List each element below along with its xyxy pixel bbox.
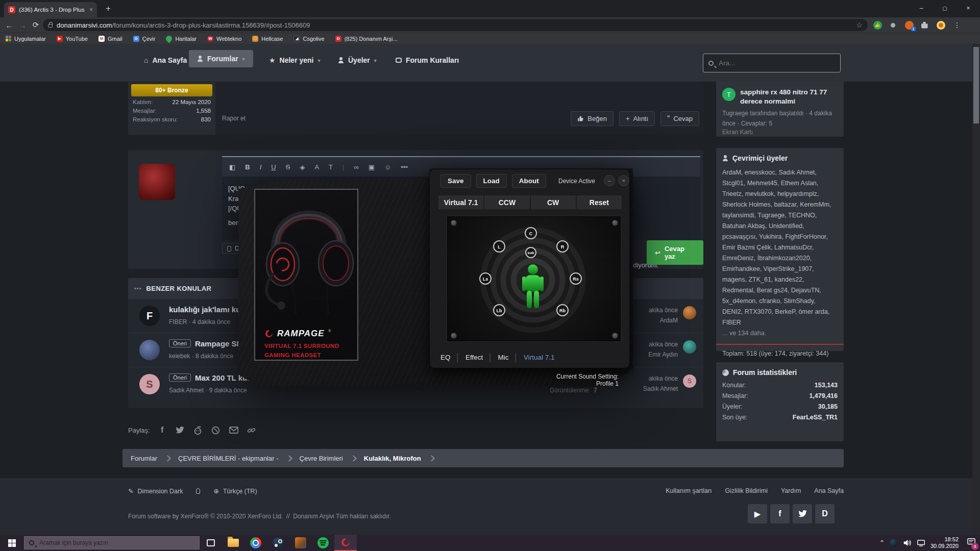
footer-link-privacy[interactable]: Gizlilik Bildirimi: [725, 487, 768, 494]
browser-tab[interactable]: D (336) Arctis 3 - Drop Plus Karşılaş ×: [4, 2, 97, 17]
load-button[interactable]: Load: [476, 174, 507, 188]
speaker-left-back[interactable]: Lb: [494, 305, 505, 316]
speaker-left-side[interactable]: Ls: [480, 273, 491, 284]
bookmark-apps[interactable]: Uygulamalar: [5, 36, 46, 42]
notification-center[interactable]: 4: [967, 538, 976, 548]
report-link[interactable]: Rapor et: [222, 115, 246, 122]
write-reply-button[interactable]: ↩Cevap yaz: [647, 240, 703, 265]
csgo-icon[interactable]: [289, 535, 312, 551]
file-explorer-icon[interactable]: [222, 535, 244, 551]
speaker-right-side[interactable]: Rs: [570, 273, 581, 284]
network-icon[interactable]: [917, 539, 925, 547]
speaker-sub[interactable]: sub: [526, 247, 536, 258]
tab-effect[interactable]: Effect: [465, 354, 483, 361]
facebook-icon[interactable]: f: [770, 504, 790, 523]
steam-tray-icon[interactable]: [890, 539, 898, 547]
nav-item-members[interactable]: Üyeler▾: [338, 56, 377, 64]
bookmark-youtube[interactable]: ▶YouTube: [57, 36, 88, 42]
breadcrumb-category[interactable]: ÇEVRE BİRİMLERİ - ekipmanlar -: [170, 455, 287, 462]
tab-mic[interactable]: Mic: [498, 354, 509, 361]
speaker-center[interactable]: C: [525, 228, 536, 239]
bookmark-gmail[interactable]: MGmail: [99, 36, 122, 42]
tab-close-icon[interactable]: ×: [89, 6, 93, 13]
spotify-icon[interactable]: [312, 535, 334, 551]
chrome-icon[interactable]: [244, 535, 267, 551]
extension-orange-icon[interactable]: 1: [903, 19, 915, 31]
taskbar-search[interactable]: [24, 536, 200, 549]
tab-ccw[interactable]: CCW: [484, 195, 529, 209]
extension-adblock-icon[interactable]: 👍: [872, 19, 883, 31]
tab-cw[interactable]: CW: [531, 195, 576, 209]
reload-button[interactable]: ⟳: [30, 19, 42, 31]
scrollbar-thumb[interactable]: [973, 47, 979, 123]
forward-button[interactable]: →: [16, 19, 29, 31]
bookmark-maps[interactable]: Haritalar: [166, 36, 197, 42]
tab-virtual-71[interactable]: Virtual 7.1: [438, 195, 483, 209]
share-email-icon[interactable]: [228, 424, 239, 436]
about-button[interactable]: About: [512, 174, 546, 188]
forum-search-box[interactable]: [703, 54, 841, 72]
footer-link-home[interactable]: Ana Sayfa: [814, 487, 844, 494]
bookmark-hellcase[interactable]: ⬡Hellcase: [252, 36, 283, 42]
speaker-right-back[interactable]: Rb: [557, 305, 568, 316]
remove-format-icon[interactable]: ◧: [229, 163, 235, 171]
extensions-puzzle-icon[interactable]: [919, 19, 930, 31]
bookmark-donanim[interactable]: D(825) Donanım Arşi...: [335, 36, 398, 42]
sidebar-new-thread-card[interactable]: T sapphire rx 480 nitro 71 77 derece nor…: [716, 82, 844, 137]
steam-icon[interactable]: [267, 535, 289, 551]
bookmark-webtekno[interactable]: WWebtekno: [207, 36, 241, 42]
thread-title[interactable]: sapphire rx 480 nitro 71 77 derece norma…: [740, 88, 838, 106]
browser-menu-icon[interactable]: ⋮: [951, 19, 963, 31]
popup-minimize-button[interactable]: –: [604, 175, 615, 186]
bookmark-star-icon[interactable]: ☆: [856, 21, 863, 29]
extension-ring-icon[interactable]: [887, 19, 898, 31]
online-members-list[interactable]: ArdaM, enesskooc, Sadık Ahmet, Stcgl01, …: [722, 167, 838, 328]
popup-close-button[interactable]: ×: [618, 175, 629, 186]
tab-reset[interactable]: Reset: [577, 195, 622, 209]
share-link-icon[interactable]: [246, 424, 257, 436]
tray-expand-icon[interactable]: ⌃: [879, 539, 885, 546]
nav-item-whats-new[interactable]: ★Neler yeni▾: [269, 56, 321, 64]
surround-stage[interactable]: C L R sub Ls Rs Lb Rb: [447, 216, 621, 341]
window-maximize-button[interactable]: ▢: [933, 0, 957, 16]
share-twitter-icon[interactable]: [175, 424, 186, 436]
address-bar[interactable]: donanimarsivi.com/forum/konu/arctis-3-dr…: [43, 19, 868, 31]
style-chooser[interactable]: ✎Dimension Dark: [128, 487, 183, 495]
youtube-icon[interactable]: ▶: [748, 504, 767, 523]
bookmark-csgolive[interactable]: ◢Csgolive: [293, 36, 324, 42]
search-input[interactable]: [718, 59, 835, 67]
nav-item-home[interactable]: ⌂Ana Sayfa: [144, 56, 187, 64]
language-chooser[interactable]: ⊕Türkçe (TR): [213, 487, 257, 495]
reply-button[interactable]: “Cevap: [660, 111, 699, 126]
start-button[interactable]: [8, 539, 16, 547]
window-minimize-button[interactable]: –: [910, 0, 933, 16]
task-view-button[interactable]: [200, 535, 222, 551]
lightbulb-icon[interactable]: [196, 488, 200, 494]
tab-virtual-71-bottom[interactable]: Virtual 7.1: [524, 354, 555, 361]
save-button[interactable]: Save: [440, 174, 471, 188]
nav-item-rules[interactable]: Forum Kuralları: [396, 56, 459, 64]
taskbar-search-input[interactable]: [38, 539, 194, 547]
tab-eq[interactable]: EQ: [440, 354, 451, 361]
quote-button[interactable]: +Alıntı: [619, 111, 655, 126]
taskbar-clock[interactable]: 18:5230.09.2020: [930, 536, 959, 549]
share-reddit-icon[interactable]: [192, 424, 204, 436]
speaker-right[interactable]: R: [557, 241, 568, 252]
window-close-button[interactable]: ×: [957, 0, 980, 16]
share-facebook-icon[interactable]: f: [157, 424, 168, 436]
twitter-icon[interactable]: [793, 504, 812, 523]
nav-item-forums[interactable]: Forumlar▾: [189, 50, 253, 67]
back-button[interactable]: ←: [3, 19, 15, 31]
rampage-app-icon[interactable]: [334, 535, 357, 551]
speaker-left[interactable]: L: [494, 241, 505, 252]
profile-avatar[interactable]: [935, 19, 946, 31]
volume-icon[interactable]: [903, 539, 912, 546]
bookmark-translate[interactable]: GÇevir: [133, 36, 156, 42]
like-button[interactable]: Beğen: [571, 111, 614, 126]
share-whatsapp-icon[interactable]: [210, 424, 222, 436]
new-tab-button[interactable]: +: [102, 4, 114, 13]
breadcrumb-forums[interactable]: Forumlar: [122, 455, 165, 462]
footer-link-terms[interactable]: Kullanım şartları: [666, 487, 712, 494]
breadcrumb-subcategory[interactable]: Çevre Birimleri: [291, 455, 351, 462]
page-scrollbar[interactable]: [972, 44, 980, 535]
